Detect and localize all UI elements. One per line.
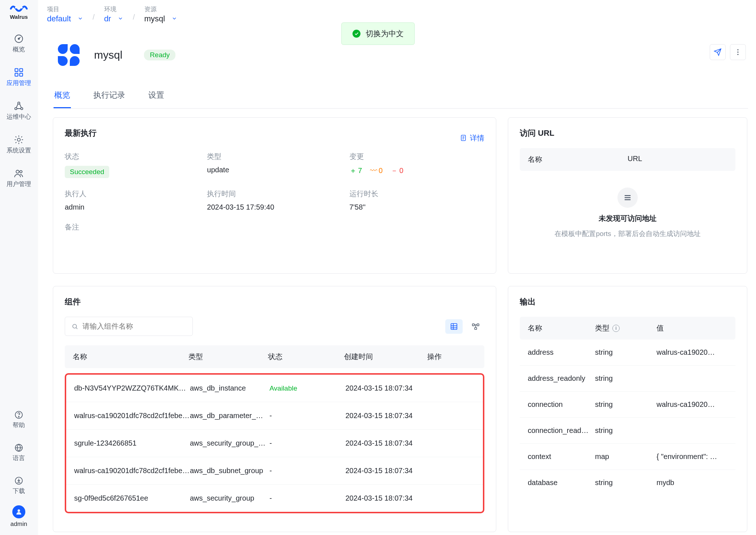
tab-settings[interactable]: 设置	[148, 90, 165, 108]
out-cell-name: address_readonly	[528, 374, 595, 383]
executor-label: 执行人	[65, 189, 200, 199]
chevron-down-icon	[77, 14, 83, 23]
search-input[interactable]	[82, 322, 186, 330]
comp-title: 组件	[65, 296, 484, 307]
nodes-icon	[14, 101, 24, 111]
cell-ops	[429, 412, 475, 420]
nav-help-label: 帮助	[13, 421, 25, 429]
view-graph-button[interactable]	[467, 319, 484, 334]
cell-created: 2024-03-15 18:07:34	[345, 384, 429, 392]
view-table-button[interactable]	[445, 319, 463, 334]
bc-project-select[interactable]: default	[47, 14, 83, 24]
svg-point-13	[20, 170, 22, 173]
nav-overview[interactable]: 概览	[4, 30, 33, 57]
th-name: 名称	[73, 352, 188, 362]
bc-env-select[interactable]: dr	[104, 14, 124, 24]
logo[interactable]: Walrus	[8, 3, 30, 20]
logo-text: Walrus	[8, 14, 30, 20]
out-cell-value: walrus-ca19020…	[657, 400, 727, 409]
output-row[interactable]: context map { "environment": …	[520, 444, 735, 470]
change-del: －0	[391, 166, 403, 176]
tab-runs[interactable]: 执行记录	[93, 90, 126, 108]
nav-settings[interactable]: 系统设置	[4, 131, 33, 158]
nav-lang[interactable]: 语言	[4, 439, 33, 466]
url-title: 访问 URL	[520, 128, 735, 139]
app-icon	[58, 44, 80, 66]
svg-rect-4	[15, 69, 18, 72]
cell-name: sg-0f9ed5c6f267651ee	[74, 494, 190, 502]
th-status: 状态	[268, 352, 344, 362]
out-cell-name: database	[528, 479, 595, 487]
url-col-name: 名称	[528, 155, 628, 164]
bc-project-value: default	[47, 14, 71, 24]
cell-name: walrus-ca190201dfc78cd2cf1febe23…	[74, 467, 190, 475]
svg-point-12	[16, 170, 19, 173]
details-link[interactable]: 详情	[460, 133, 484, 143]
executor-value: admin	[65, 203, 200, 211]
cell-ops	[429, 467, 475, 475]
deploy-button[interactable]	[710, 44, 726, 60]
chevron-down-icon	[118, 14, 123, 23]
out-table-header: 名称 类型i 值	[520, 317, 735, 340]
svg-point-19	[737, 49, 738, 50]
nav-users[interactable]: 用户管理	[4, 165, 33, 192]
nav-download[interactable]: 下载	[4, 472, 33, 499]
download-icon	[14, 476, 24, 485]
bc-res-select[interactable]: mysql	[144, 14, 177, 24]
cell-type: aws_security_group_…	[190, 439, 269, 447]
svg-point-8	[18, 102, 20, 104]
svg-rect-7	[20, 73, 22, 76]
tab-overview[interactable]: 概览	[54, 90, 71, 108]
latest-exec-card: 最新执行 详情 状态Succeeded 类型update 变更 ＋7 〰0 －0…	[53, 117, 496, 274]
table-row[interactable]: walrus-ca190201dfc78cd2cf1febe23… aws_db…	[66, 402, 483, 430]
cell-status: -	[269, 439, 345, 447]
nav-ops-label: 运维中心	[7, 113, 31, 121]
svg-rect-27	[475, 327, 477, 329]
cell-type: aws_security_group	[190, 494, 269, 502]
globe-icon	[14, 443, 24, 452]
cell-created: 2024-03-15 18:07:34	[345, 467, 429, 475]
out-th-name: 名称	[528, 323, 595, 333]
output-row[interactable]: address_readonly string	[520, 366, 735, 392]
svg-point-0	[15, 7, 17, 9]
svg-rect-26	[477, 324, 479, 326]
help-icon	[14, 410, 24, 420]
svg-point-3	[18, 38, 20, 39]
tabs: 概览 执行记录 设置	[54, 90, 748, 109]
svg-point-11	[17, 138, 20, 141]
user-avatar[interactable]	[12, 505, 25, 518]
user-name: admin	[10, 521, 27, 528]
cell-name: sgrule-1234266851	[74, 439, 190, 447]
output-row[interactable]: database string mydb	[520, 470, 735, 496]
out-cell-name: context	[528, 452, 595, 461]
gear-icon	[14, 135, 24, 145]
more-button[interactable]	[730, 44, 746, 60]
out-cell-value: walrus-ca19020…	[657, 348, 727, 357]
table-row[interactable]: walrus-ca190201dfc78cd2cf1febe23… aws_db…	[66, 457, 483, 485]
change-mod: 〰0	[370, 166, 383, 176]
svg-point-1	[21, 7, 23, 9]
type-label: 类型	[207, 152, 342, 161]
out-th-type: 类型i	[595, 323, 657, 333]
info-icon[interactable]: i	[612, 325, 620, 332]
table-row[interactable]: db-N3V54YYP2WZZQ76TK4MKWK… aws_db_instan…	[66, 375, 483, 402]
search-input-wrap	[65, 317, 193, 336]
table-row[interactable]: sgrule-1234266851 aws_security_group_… -…	[66, 430, 483, 457]
nav-ops[interactable]: 运维中心	[4, 97, 33, 125]
output-row[interactable]: connection_read… string	[520, 418, 735, 444]
out-title: 输出	[520, 296, 735, 307]
out-cell-type: string	[595, 348, 657, 357]
file-icon	[460, 134, 467, 142]
th-type: 类型	[188, 352, 268, 362]
cell-name: db-N3V54YYP2WZZQ76TK4MKWK…	[74, 384, 190, 392]
out-cell-value: { "environment": …	[657, 452, 727, 461]
empty-state: 未发现可访问地址 在模板中配置ports，部署后会自动生成访问地址	[520, 188, 735, 239]
output-row[interactable]: connection string walrus-ca19020…	[520, 392, 735, 418]
nav-help[interactable]: 帮助	[4, 406, 33, 433]
output-row[interactable]: address string walrus-ca19020…	[520, 340, 735, 366]
search-icon	[72, 323, 78, 330]
nav-apps[interactable]: 应用管理	[4, 64, 33, 91]
out-cell-name: connection	[528, 400, 595, 409]
table-row[interactable]: sg-0f9ed5c6f267651ee aws_security_group …	[66, 485, 483, 512]
cell-created: 2024-03-15 18:07:34	[345, 439, 429, 447]
